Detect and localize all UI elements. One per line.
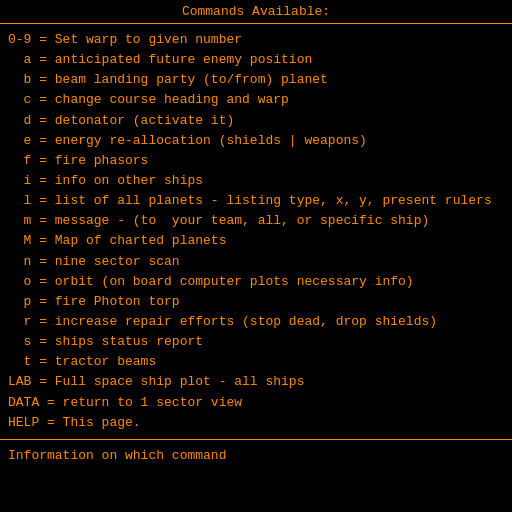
command-line-9: m = message - (to your team, all, or spe… [8, 211, 504, 231]
title-text: Commands Available: [182, 4, 330, 19]
command-line-19: HELP = This page. [8, 413, 504, 433]
main-container: Commands Available: 0-9 = Set warp to gi… [0, 0, 512, 512]
command-line-13: p = fire Photon torp [8, 292, 504, 312]
command-line-7: i = info on other ships [8, 171, 504, 191]
commands-section: 0-9 = Set warp to given number a = antic… [0, 24, 512, 439]
command-line-14: r = increase repair efforts (stop dead, … [8, 312, 504, 332]
command-line-11: n = nine sector scan [8, 252, 504, 272]
command-line-2: b = beam landing party (to/from) planet [8, 70, 504, 90]
command-line-5: e = energy re-allocation (shields | weap… [8, 131, 504, 151]
command-line-16: t = tractor beams [8, 352, 504, 372]
command-line-18: DATA = return to 1 sector view [8, 393, 504, 413]
info-text: Information on which command [8, 446, 504, 466]
command-line-15: s = ships status report [8, 332, 504, 352]
command-line-12: o = orbit (on board computer plots neces… [8, 272, 504, 292]
command-line-8: l = list of all planets - listing type, … [8, 191, 504, 211]
command-line-1: a = anticipated future enemy position [8, 50, 504, 70]
title-bar: Commands Available: [0, 0, 512, 24]
command-line-0: 0-9 = Set warp to given number [8, 30, 504, 50]
command-line-3: c = change course heading and warp [8, 90, 504, 110]
command-line-6: f = fire phasors [8, 151, 504, 171]
command-line-17: LAB = Full space ship plot - all ships [8, 372, 504, 392]
bottom-area [0, 482, 512, 512]
command-line-4: d = detonator (activate it) [8, 111, 504, 131]
info-section: Information on which command [0, 440, 512, 482]
command-line-10: M = Map of charted planets [8, 231, 504, 251]
